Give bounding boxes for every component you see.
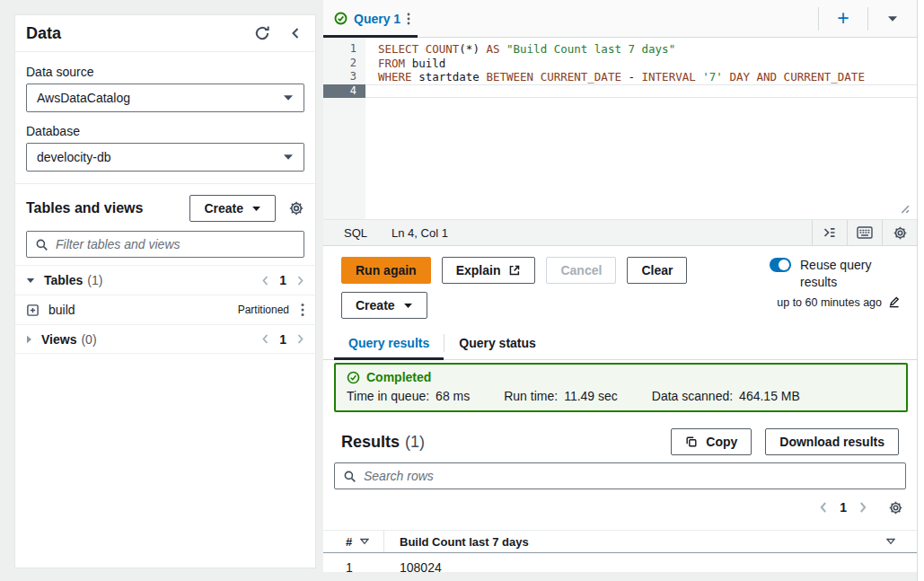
create-label: Create <box>356 298 395 313</box>
tables-group-label: Tables <box>44 273 83 287</box>
table-name[interactable]: build <box>48 303 75 317</box>
tables-group-count: (1) <box>87 273 102 287</box>
line-number: 2 <box>323 57 365 71</box>
tables-group-row[interactable]: Tables (1) 1 <box>15 265 315 295</box>
data-source-select[interactable]: AwsDataCatalog <box>26 84 304 112</box>
new-query-tab-button[interactable]: + <box>819 0 867 37</box>
check-circle-icon <box>347 371 360 384</box>
collapsed-triangle-icon[interactable] <box>26 335 32 344</box>
reuse-results-toggle[interactable] <box>770 258 791 272</box>
search-icon <box>35 238 48 251</box>
caret-down-icon <box>887 15 898 22</box>
table-actions-menu-button[interactable] <box>301 303 304 317</box>
create-label: Create <box>204 201 243 216</box>
filter-tables-searchbox[interactable] <box>26 231 304 258</box>
editor-line[interactable]: 3WHERE startdate BETWEEN CURRENT_DATE - … <box>323 70 917 84</box>
editor-settings-button[interactable] <box>882 220 917 245</box>
keyboard-shortcuts-button[interactable] <box>847 220 882 245</box>
run-again-button[interactable]: Run again <box>341 257 431 284</box>
caret-down-icon <box>283 154 294 161</box>
tab-query-1[interactable]: Query 1 <box>323 0 418 37</box>
results-count: (1) <box>405 433 425 452</box>
filter-triangle-icon[interactable] <box>886 538 917 545</box>
editor-line[interactable]: 4 <box>323 84 917 99</box>
editor-resize-handle[interactable] <box>898 202 910 214</box>
next-page-button[interactable] <box>858 501 867 514</box>
explain-label: Explain <box>456 263 501 277</box>
table-row-build[interactable]: build Partitioned <box>15 295 315 324</box>
tables-views-title: Tables and views <box>26 200 189 216</box>
prev-page-button[interactable] <box>261 275 269 286</box>
next-page-button[interactable] <box>296 333 304 345</box>
query-status-tab-label: Query status <box>459 336 536 350</box>
collapsed-side-rail <box>917 0 924 581</box>
tables-settings-button[interactable] <box>288 200 304 216</box>
sql-code-editor[interactable]: 1SELECT COUNT(*) AS "Build Count last 7 … <box>323 38 917 219</box>
edit-reuse-duration-button[interactable] <box>887 295 901 309</box>
format-query-button[interactable] <box>812 220 847 245</box>
code-text: FROM build <box>365 57 445 71</box>
line-number: 4 <box>323 84 365 99</box>
results-header: Results (1) Copy Download results <box>341 427 899 456</box>
copy-icon <box>685 436 698 448</box>
build-count-cell: 108024 <box>384 560 917 575</box>
editor-status-bar: SQL Ln 4, Col 1 <box>323 219 917 246</box>
next-page-button[interactable] <box>296 275 304 286</box>
search-rows-box[interactable] <box>334 462 906 489</box>
expand-triangle-icon[interactable] <box>26 277 35 284</box>
time-in-queue-label: Time in queue: <box>347 389 429 403</box>
cancel-button[interactable]: Cancel <box>546 257 616 284</box>
filter-triangle-icon[interactable] <box>360 538 369 545</box>
results-pagination: 1 <box>323 497 917 518</box>
download-results-label: Download results <box>779 435 884 449</box>
line-number: 3 <box>323 70 365 84</box>
filter-tables-input[interactable] <box>56 237 295 251</box>
results-tabs: Query results Query status <box>323 327 917 360</box>
language-label: SQL <box>344 226 367 240</box>
kebab-menu-icon <box>301 303 304 317</box>
database-value: develocity-db <box>37 150 111 164</box>
editor-line[interactable]: 1SELECT COUNT(*) AS "Build Count last 7 … <box>323 42 917 57</box>
collapse-panel-button[interactable] <box>288 26 303 40</box>
gear-icon <box>888 500 903 515</box>
cancel-label: Cancel <box>560 263 602 277</box>
panel-title: Data <box>26 24 236 43</box>
refresh-icon <box>254 25 270 41</box>
views-group-row[interactable]: Views (0) 1 <box>15 324 315 354</box>
partitioned-badge: Partitioned <box>238 304 289 316</box>
query-editor-panel: Query 1 + 1SELECT CO <box>323 0 917 572</box>
kebab-menu-icon <box>407 13 410 25</box>
clear-button[interactable]: Clear <box>627 257 687 284</box>
tab-list-dropdown-button[interactable] <box>868 0 917 37</box>
row-number-cell: 1 <box>323 553 384 581</box>
download-results-button[interactable]: Download results <box>765 428 899 455</box>
reuse-results-label: Reuse query results <box>800 257 879 291</box>
prev-page-button[interactable] <box>261 333 269 345</box>
insert-table-icon[interactable] <box>26 304 40 317</box>
refresh-button[interactable] <box>254 25 270 41</box>
tables-page-number: 1 <box>279 273 286 287</box>
database-select[interactable]: develocity-db <box>26 143 304 172</box>
editor-line[interactable]: 2FROM build <box>323 57 917 71</box>
create-dropdown-button[interactable]: Create <box>189 195 276 222</box>
prev-page-button[interactable] <box>819 501 828 514</box>
tab-options-menu-button[interactable] <box>407 13 410 25</box>
data-panel: Data Data source AwsDataCatalog <box>14 14 316 568</box>
views-group-count: (0) <box>81 332 96 347</box>
table-row[interactable]: 1 108024 <box>323 553 917 581</box>
results-preferences-button[interactable] <box>888 500 903 515</box>
explain-button[interactable]: Explain <box>442 257 536 284</box>
create-dropdown-button[interactable]: Create <box>341 292 427 319</box>
tab-label: Query 1 <box>354 12 400 26</box>
gear-icon <box>893 225 908 241</box>
data-scanned-label: Data scanned: <box>652 389 733 403</box>
gear-icon <box>288 200 304 216</box>
clear-label: Clear <box>641 263 673 277</box>
copy-button[interactable]: Copy <box>671 428 752 455</box>
query-tabs-bar: Query 1 + <box>323 0 917 38</box>
search-rows-input[interactable] <box>364 469 897 483</box>
time-in-queue-value: 68 ms <box>436 389 470 403</box>
tab-query-results[interactable]: Query results <box>334 327 444 359</box>
tab-query-status[interactable]: Query status <box>444 327 550 359</box>
chevron-left-icon <box>288 26 303 40</box>
